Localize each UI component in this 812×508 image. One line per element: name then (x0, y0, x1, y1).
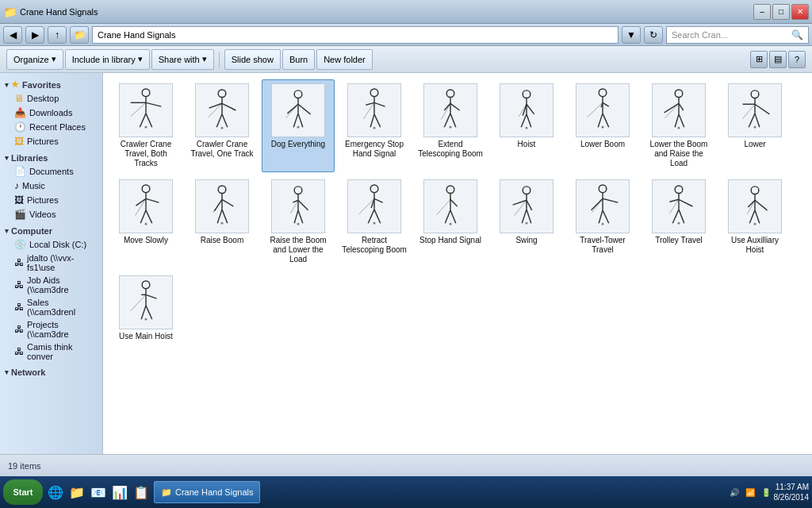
computer-header[interactable]: Computer (0, 225, 102, 237)
file-item[interactable]: Trolley Travel (642, 175, 715, 268)
svg-line-22 (286, 104, 298, 117)
sidebar-item-lib-pictures[interactable]: 🖼 Pictures (0, 193, 102, 207)
file-item[interactable]: Hoist (490, 79, 563, 172)
active-window-icon: 📁 (161, 487, 172, 498)
file-item[interactable]: Raise Boom (186, 175, 259, 268)
file-item[interactable]: Dog Everything (262, 79, 335, 172)
views-button[interactable]: ⊞ (750, 51, 768, 68)
help-button[interactable]: ? (788, 51, 806, 68)
file-name: Use Auxilliary Hoist (722, 236, 787, 255)
file-item[interactable]: Swing (490, 175, 563, 268)
sidebar-item-camis[interactable]: 🖧 Camis think conver (0, 341, 102, 363)
start-button[interactable]: Start (3, 479, 43, 505)
favorites-header[interactable]: ★ Favorites (0, 78, 102, 91)
file-item[interactable]: Emergency Stop Hand Signal (338, 79, 411, 172)
file-item[interactable]: Crawler Crane Travel, One Track (186, 79, 259, 172)
taskbar-extra-icon[interactable]: 📋 (132, 483, 151, 502)
battery-tray-icon: 🔋 (761, 488, 771, 497)
svg-line-141 (755, 210, 760, 223)
taskbar-ie-icon[interactable]: 🌐 (46, 483, 65, 502)
forward-button[interactable]: ▶ (25, 26, 44, 44)
file-item[interactable]: Retract Telescoping Boom (338, 175, 411, 268)
svg-line-110 (437, 199, 450, 214)
file-item[interactable]: Extend Telescoping Boom (414, 79, 487, 172)
minimize-button[interactable]: – (753, 4, 771, 20)
item-count: 19 items (8, 461, 41, 471)
sidebar-item-local-disk[interactable]: 💿 Local Disk (C:) (0, 237, 102, 252)
sidebar-item-network2[interactable]: 🖧 Job Aids (\\cam3dre (0, 274, 102, 296)
address-bar[interactable]: Crane Hand Signals (92, 26, 619, 44)
new-folder-button[interactable]: New folder (316, 49, 373, 70)
sidebar-item-music[interactable]: ♪ Music (0, 179, 102, 193)
file-item[interactable]: Lower Boom (566, 79, 639, 172)
lib-pictures-icon: 🖼 (14, 194, 24, 206)
file-item[interactable]: Move Slowly (109, 175, 182, 268)
computer-section: Computer 💿 Local Disk (C:) 🖧 jdalto (\\v… (0, 225, 102, 363)
back-button[interactable]: ◀ (3, 26, 22, 44)
svg-point-87 (221, 222, 224, 225)
sidebar-item-desktop[interactable]: 🖥 Desktop (0, 91, 102, 106)
svg-point-144 (142, 281, 150, 289)
svg-point-143 (754, 223, 756, 225)
sidebar-item-downloads[interactable]: 📥 Downloads (0, 106, 102, 120)
svg-line-67 (755, 104, 769, 114)
network-section: Network (0, 366, 102, 379)
file-thumbnail (119, 275, 173, 329)
refresh-button[interactable]: ↻ (644, 26, 663, 44)
search-bar[interactable]: Search Cran... 🔍 (666, 26, 809, 44)
close-button[interactable]: ✕ (791, 4, 809, 20)
burn-button[interactable]: Burn (282, 49, 315, 70)
address-go-button[interactable]: ▼ (622, 26, 641, 44)
sidebar-item-videos[interactable]: 🎬 Videos (0, 207, 102, 221)
file-name: Extend Telescoping Boom (418, 140, 483, 159)
sidebar-item-network4[interactable]: 🖧 Projects (\\cam3dre (0, 318, 102, 341)
search-icon: 🔍 (791, 29, 803, 40)
file-name: Raise Boom (201, 236, 243, 245)
sidebar-item-pictures[interactable]: 🖼 Pictures (0, 134, 102, 148)
taskbar-folder-icon[interactable]: 📁 (67, 483, 86, 502)
local-disk-icon: 💿 (14, 239, 26, 250)
svg-line-19 (298, 104, 310, 114)
sidebar-item-network3[interactable]: 🖧 Sales (\\cam3drenl (0, 296, 102, 318)
documents-icon: 📄 (14, 166, 26, 177)
library-dropdown-icon: ▾ (138, 54, 143, 64)
clock-time: 11:37 AM (776, 482, 809, 492)
include-in-library-button[interactable]: Include in library▾ (65, 49, 150, 70)
slide-show-button[interactable]: Slide show (224, 49, 281, 70)
sidebar-item-documents[interactable]: 📄 Documents (0, 164, 102, 179)
svg-point-15 (221, 127, 224, 129)
file-item[interactable]: Lower (718, 79, 791, 172)
file-item[interactable]: Crawler Crane Travel, Both Tracks (109, 79, 182, 172)
share-with-button[interactable]: Share with▾ (151, 49, 214, 70)
taskbar-powerpoint-icon[interactable]: 📊 (110, 483, 129, 502)
file-item[interactable]: Lower the Boom and Raise the Load (642, 79, 715, 172)
pane-button[interactable]: ▤ (769, 51, 787, 68)
svg-line-5 (146, 114, 152, 127)
up-button[interactable]: ↑ (48, 26, 67, 44)
sidebar-item-network1[interactable]: 🖧 jdalto (\\vvx-fs1\use (0, 252, 102, 274)
svg-line-11 (222, 103, 236, 110)
taskbar-outlook-icon[interactable]: 📧 (89, 483, 108, 502)
file-name: Lower Boom (580, 140, 625, 149)
svg-line-44 (521, 114, 527, 127)
organize-button[interactable]: Organize▾ (6, 49, 63, 70)
file-item[interactable]: Use Auxilliary Hoist (718, 175, 791, 268)
file-item[interactable]: Raise the Boom and Lower the Load (262, 175, 335, 268)
svg-line-12 (216, 114, 222, 127)
maximize-button[interactable]: □ (772, 4, 790, 20)
svg-point-79 (145, 223, 147, 225)
svg-line-45 (527, 114, 531, 127)
svg-line-149 (146, 306, 152, 319)
file-item[interactable]: Travel-Tower Travel (566, 175, 639, 268)
file-item[interactable]: Use Main Hoist (109, 271, 182, 345)
recent-icon: 🕐 (14, 121, 26, 133)
svg-point-31 (373, 127, 376, 129)
sidebar-item-recent[interactable]: 🕐 Recent Places (0, 120, 102, 134)
svg-line-75 (146, 198, 159, 202)
network-header[interactable]: Network (0, 366, 102, 379)
active-window-button[interactable]: 📁 Crane Hand Signals (154, 481, 260, 503)
file-item[interactable]: Stop Hand Signal (414, 175, 487, 268)
svg-point-47 (526, 127, 528, 129)
libraries-header[interactable]: Libraries (0, 152, 102, 164)
file-name: Hoist (518, 140, 536, 149)
